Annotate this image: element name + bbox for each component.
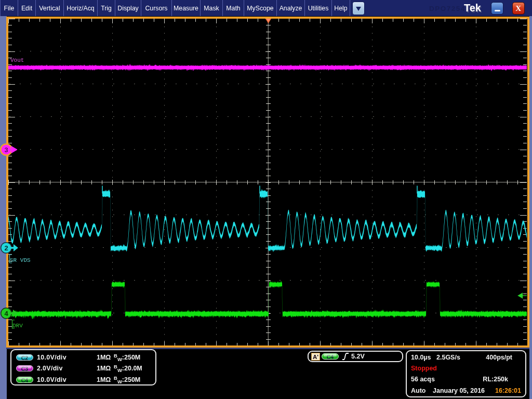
- svg-text:Vout: Vout: [10, 57, 24, 63]
- svg-text:4: 4: [4, 309, 8, 317]
- svg-text:2: 2: [4, 244, 8, 251]
- svg-text:SR VDS: SR VDS: [10, 257, 31, 263]
- svg-text:3: 3: [4, 145, 8, 153]
- svg-text:DRV: DRV: [12, 323, 23, 329]
